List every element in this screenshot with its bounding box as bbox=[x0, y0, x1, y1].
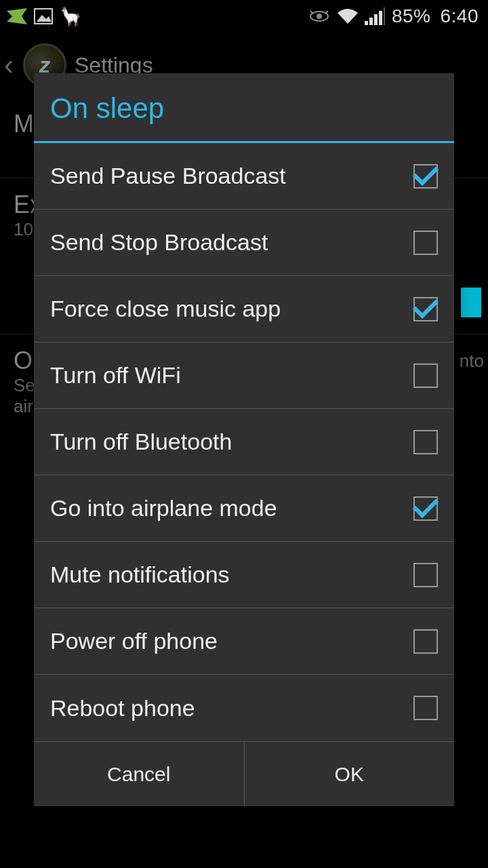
option-label: Turn off WiFi bbox=[50, 362, 181, 389]
option-row[interactable]: Turn off Bluetooth bbox=[34, 409, 454, 475]
eye-icon bbox=[308, 9, 331, 23]
option-checkbox[interactable] bbox=[413, 629, 438, 654]
svg-line-5 bbox=[310, 11, 313, 14]
option-checkbox[interactable] bbox=[413, 297, 438, 321]
option-label: Mute notifications bbox=[50, 561, 230, 588]
signal-icon bbox=[365, 7, 385, 25]
svg-marker-0 bbox=[7, 8, 27, 24]
svg-line-6 bbox=[325, 11, 328, 14]
option-label: Go into airplane mode bbox=[50, 495, 277, 521]
bg-fragment: nto bbox=[460, 351, 484, 372]
option-row[interactable]: Go into airplane mode bbox=[34, 475, 454, 542]
on-sleep-dialog: On sleep Send Pause BroadcastSend Stop B… bbox=[34, 73, 454, 806]
option-row[interactable]: Send Stop Broadcast bbox=[34, 210, 454, 276]
option-checkbox[interactable] bbox=[413, 231, 438, 255]
option-checkbox[interactable] bbox=[413, 430, 438, 454]
gallery-icon bbox=[34, 8, 53, 24]
back-icon[interactable]: ‹ bbox=[4, 49, 14, 81]
status-left-icons: 🦙 bbox=[7, 6, 81, 27]
bg-toggle-fragment bbox=[461, 288, 481, 317]
llama-icon: 🦙 bbox=[60, 6, 81, 27]
option-label: Force close music app bbox=[50, 296, 281, 322]
option-label: Reboot phone bbox=[50, 695, 195, 722]
svg-rect-7 bbox=[365, 21, 368, 25]
wifi-icon bbox=[336, 7, 359, 25]
battery-percent: 85% bbox=[392, 5, 431, 27]
dialog-button-bar: Cancel OK bbox=[34, 741, 454, 806]
option-checkbox[interactable] bbox=[413, 363, 438, 388]
svg-rect-9 bbox=[374, 14, 378, 25]
option-label: Turn off Bluetooth bbox=[50, 429, 232, 455]
svg-rect-11 bbox=[384, 7, 385, 25]
option-checkbox[interactable] bbox=[413, 164, 438, 189]
option-checkbox[interactable] bbox=[413, 696, 438, 720]
svg-point-4 bbox=[317, 14, 322, 19]
option-row[interactable]: Power off phone bbox=[34, 608, 454, 675]
option-row[interactable]: Turn off WiFi bbox=[34, 342, 454, 409]
clock: 6:40 bbox=[441, 5, 479, 27]
status-right-icons: 85% 6:40 bbox=[308, 5, 479, 27]
option-label: Send Pause Broadcast bbox=[50, 163, 286, 189]
send-icon bbox=[7, 8, 27, 24]
option-row[interactable]: Force close music app bbox=[34, 276, 454, 342]
dialog-title: On sleep bbox=[34, 73, 454, 143]
svg-marker-2 bbox=[37, 15, 52, 22]
option-checkbox[interactable] bbox=[413, 563, 438, 587]
status-bar: 🦙 85% 6:40 bbox=[0, 0, 488, 33]
option-row[interactable]: Reboot phone bbox=[34, 675, 454, 741]
option-row[interactable]: Send Pause Broadcast bbox=[34, 143, 454, 210]
dialog-option-list: Send Pause BroadcastSend Stop BroadcastF… bbox=[34, 143, 454, 741]
svg-rect-10 bbox=[379, 11, 382, 25]
option-label: Send Stop Broadcast bbox=[50, 229, 268, 256]
option-label: Power off phone bbox=[50, 628, 218, 654]
svg-rect-8 bbox=[369, 18, 373, 25]
option-checkbox[interactable] bbox=[413, 496, 438, 521]
cancel-button[interactable]: Cancel bbox=[34, 742, 244, 806]
option-row[interactable]: Mute notifications bbox=[34, 542, 454, 608]
ok-button[interactable]: OK bbox=[244, 742, 455, 806]
